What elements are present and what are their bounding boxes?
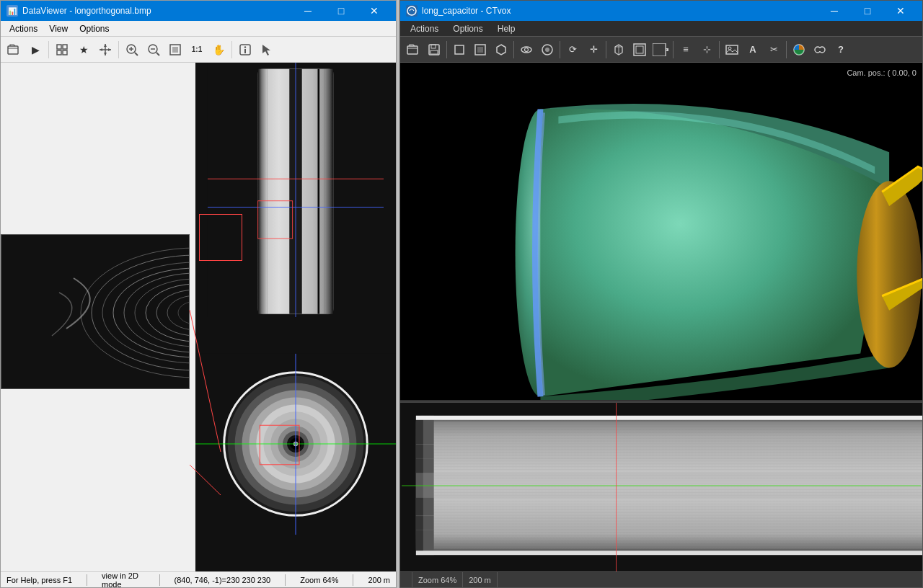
move-button[interactable] xyxy=(95,40,115,60)
svg-point-93 xyxy=(857,181,922,368)
minimize-button[interactable]: ─ xyxy=(292,1,324,21)
svg-rect-71 xyxy=(455,45,464,54)
panel-separator xyxy=(400,401,922,403)
right-list-button[interactable]: ≡ xyxy=(676,40,696,60)
right-minimize-button[interactable]: ─ xyxy=(818,1,850,21)
maximize-button[interactable]: □ xyxy=(325,1,357,21)
right-toolbar-sep-4 xyxy=(606,41,606,58)
right-status-bar: Zoom 64% 200 m xyxy=(400,571,922,587)
right-axes-button[interactable]: ✛ xyxy=(583,40,604,60)
close-button[interactable]: ✕ xyxy=(358,1,390,21)
right-clip-button[interactable]: ✂ xyxy=(764,40,784,60)
right-dropdown-button[interactable] xyxy=(650,40,671,60)
left-toolbar: ▶ ★ 1:1 ✋ xyxy=(1,37,396,63)
status-sep-4 xyxy=(353,574,353,586)
svg-point-35 xyxy=(189,307,190,318)
right-image-button[interactable] xyxy=(722,40,742,60)
zoom-text: Zoom 64% xyxy=(300,576,338,584)
zoom-out-button[interactable] xyxy=(143,40,164,60)
right-cube-button[interactable] xyxy=(609,40,629,60)
right-window-controls: ─ □ ✕ xyxy=(818,1,917,21)
svg-rect-2 xyxy=(63,45,67,49)
view-bottom-ct[interactable] xyxy=(195,317,396,571)
options-menu[interactable]: Options xyxy=(74,22,115,35)
svg-rect-90 xyxy=(818,48,822,51)
star-button[interactable]: ★ xyxy=(74,40,94,60)
right-options-menu[interactable]: Options xyxy=(446,22,490,35)
status-sep-3 xyxy=(285,574,286,586)
svg-marker-23 xyxy=(262,45,270,55)
right-text-a-button[interactable]: A xyxy=(743,40,763,60)
svg-rect-83 xyxy=(653,43,666,56)
grid-button[interactable] xyxy=(52,40,72,60)
right-close-button[interactable]: ✕ xyxy=(885,1,917,21)
svg-rect-0 xyxy=(8,46,18,54)
toolbar-sep-2 xyxy=(118,41,119,58)
view-top-ct[interactable] xyxy=(195,63,396,317)
left-content-area: For Help, press F1 view in 2D mode (840,… xyxy=(1,63,396,587)
right-open-button[interactable] xyxy=(403,40,423,60)
view-menu[interactable]: View xyxy=(43,22,74,35)
right-bottom-ct-panel[interactable]: Zoom 64% 200 m xyxy=(400,400,922,587)
right-menu-bar: Actions Options Help xyxy=(400,21,922,37)
toolbar-sep-3 xyxy=(231,41,232,58)
scale-text: 200 m xyxy=(368,576,390,584)
left-menu-bar: Actions View Options xyxy=(1,21,396,37)
svg-rect-103 xyxy=(416,416,922,420)
svg-point-66 xyxy=(407,6,416,15)
views-container xyxy=(195,63,396,571)
help-text: For Help, press F1 xyxy=(6,576,72,584)
cam-pos-label: Cam. pos.: ( 0.00, 0 xyxy=(847,68,917,77)
right-status-scale: 200 m xyxy=(463,572,498,587)
right-eye-button[interactable] xyxy=(516,40,536,60)
left-window-icon: 📊 xyxy=(6,5,18,17)
svg-rect-1 xyxy=(57,45,61,49)
right-frame-button[interactable] xyxy=(630,40,650,60)
right-box-button[interactable] xyxy=(449,40,469,60)
cursor-button[interactable] xyxy=(257,40,277,60)
pan-button[interactable]: ✋ xyxy=(208,40,229,60)
right-toolbar: ⟳ ✛ ≡ ⊹ A ✂ ? xyxy=(400,37,922,63)
right-save-button[interactable] xyxy=(424,40,444,60)
actions-menu[interactable]: Actions xyxy=(4,22,43,35)
mag-inset-image xyxy=(1,235,190,389)
svg-rect-81 xyxy=(634,44,645,55)
one-to-one-button[interactable]: 1:1 xyxy=(187,40,207,60)
left-window: 📊 DataViewer - longorthogonal.bmp ─ □ ✕ … xyxy=(0,0,397,588)
right-toolbar-sep-6 xyxy=(719,41,720,58)
svg-rect-41 xyxy=(324,69,333,314)
svg-point-78 xyxy=(545,48,549,52)
viewport-3d[interactable] xyxy=(400,63,922,400)
svg-point-76 xyxy=(525,48,529,51)
open-button[interactable] xyxy=(4,40,24,60)
svg-marker-10 xyxy=(108,48,111,51)
right-maximize-button[interactable]: □ xyxy=(852,1,883,21)
right-window-title: long_capacitor - CTvox xyxy=(422,6,814,16)
right-link-button[interactable] xyxy=(810,40,830,60)
play-button[interactable]: ▶ xyxy=(25,40,45,60)
info-button[interactable] xyxy=(235,40,255,60)
fit-button[interactable] xyxy=(165,40,185,60)
svg-rect-19 xyxy=(172,47,178,53)
right-rotate-button[interactable]: ⟳ xyxy=(562,40,583,60)
right-title-bar: long_capacitor - CTvox ─ □ ✕ xyxy=(400,1,922,21)
right-help-button[interactable]: ? xyxy=(831,40,851,60)
right-status-zoom: Zoom 64% xyxy=(412,572,463,587)
zoom-in-button[interactable] xyxy=(122,40,142,60)
svg-rect-3 xyxy=(57,50,61,55)
left-window-title: DataViewer - longorthogonal.bmp xyxy=(22,6,288,16)
right-colors-button[interactable] xyxy=(789,40,809,60)
right-hex-button[interactable] xyxy=(491,40,511,60)
svg-rect-70 xyxy=(430,50,438,54)
left-window-controls: ─ □ ✕ xyxy=(292,1,390,21)
right-actions-menu[interactable]: Actions xyxy=(403,22,446,35)
right-help-menu[interactable]: Help xyxy=(490,22,523,35)
right-box2-button[interactable] xyxy=(470,40,490,60)
svg-rect-85 xyxy=(726,45,738,54)
right-eye2-button[interactable] xyxy=(537,40,557,60)
right-cursor2-button[interactable]: ⊹ xyxy=(697,40,717,60)
right-toolbar-sep-1 xyxy=(446,41,447,58)
right-status-empty xyxy=(400,572,412,587)
ct-top-image xyxy=(195,63,396,317)
left-status-bar: For Help, press F1 view in 2D mode (840,… xyxy=(1,571,396,587)
